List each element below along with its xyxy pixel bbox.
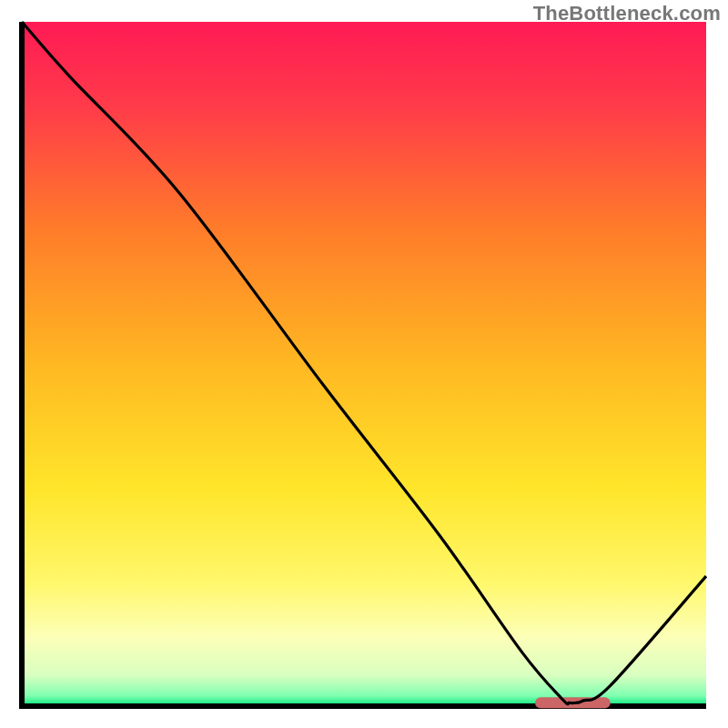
bottleneck-chart — [0, 0, 728, 728]
plot-background — [22, 22, 706, 706]
attribution-label: TheBottleneck.com — [533, 2, 721, 25]
chart-container: TheBottleneck.com — [0, 0, 728, 728]
